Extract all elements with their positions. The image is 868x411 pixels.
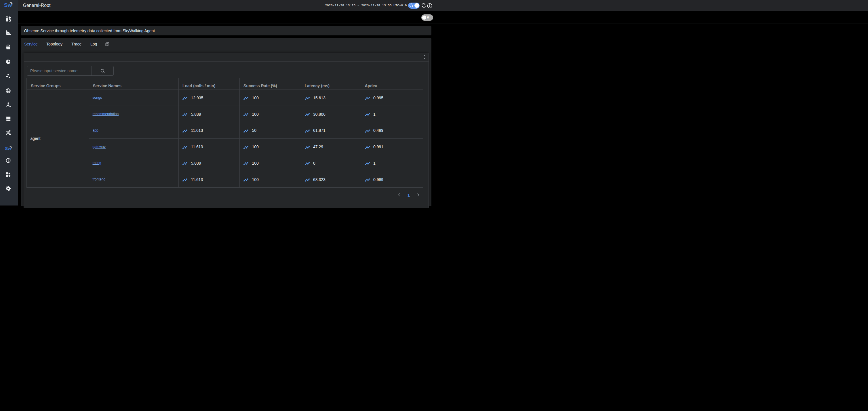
svg-text:Sw: Sw: [4, 2, 12, 8]
svg-text:Sw: Sw: [5, 146, 11, 151]
